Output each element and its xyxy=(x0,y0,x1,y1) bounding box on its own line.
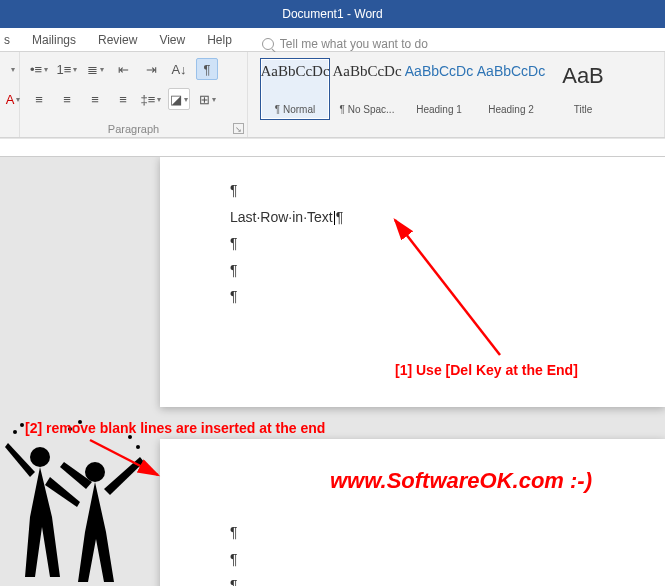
font-color-dropdown[interactable]: A xyxy=(8,88,18,110)
annotation-2-text: [2] remove blank lines are inserted at t… xyxy=(25,420,325,436)
paragraph-mark: ¶ xyxy=(230,177,595,204)
style-preview: AaBbCcDc xyxy=(332,63,401,80)
svg-point-0 xyxy=(30,447,50,467)
paragraph-mark: ¶ xyxy=(230,546,595,573)
ribbon-tabs: s Mailings Review View Help Tell me what… xyxy=(0,28,665,52)
window-title: Document1 - Word xyxy=(282,7,382,21)
borders-button[interactable]: ⊞ xyxy=(196,88,218,110)
annotation-1-text: [1] Use [Del Key at the End] xyxy=(395,362,578,378)
svg-point-1 xyxy=(85,462,105,482)
shading-button[interactable]: ◪ xyxy=(168,88,190,110)
annotation-url: www.SoftwareOK.com :-) xyxy=(330,468,592,494)
paragraph-group-label: Paragraph xyxy=(20,123,247,135)
page-2-top[interactable]: ¶ ¶ ¶ xyxy=(160,439,665,586)
ribbon-group-styles: AaBbCcDc ¶ Normal AaBbCcDc ¶ No Spac... … xyxy=(248,52,665,137)
paragraph-mark: ¶ xyxy=(230,572,595,586)
style-normal[interactable]: AaBbCcDc ¶ Normal xyxy=(260,58,330,120)
text-line-last-row: Last·Row·in·Text¶ xyxy=(230,204,595,231)
ribbon-group-font-fragment: A xyxy=(0,52,20,137)
style-heading-1[interactable]: AaBbCcDc Heading 1 xyxy=(404,58,474,120)
justify-button[interactable]: ≡ xyxy=(112,88,134,110)
svg-point-5 xyxy=(136,445,140,449)
ribbon-group-paragraph: •≡ 1≡ ≣ ⇤ ⇥ A↓ ¶ ≡ ≡ ≡ ≡ ‡≡ ◪ ⊞ Paragrap… xyxy=(20,52,248,137)
align-center-button[interactable]: ≡ xyxy=(56,88,78,110)
ribbon: A •≡ 1≡ ≣ ⇤ ⇥ A↓ ¶ ≡ ≡ ≡ ≡ ‡≡ ◪ ⊞ Paragr… xyxy=(0,52,665,138)
style-no-spacing[interactable]: AaBbCcDc ¶ No Spac... xyxy=(332,58,402,120)
bullets-button[interactable]: •≡ xyxy=(28,58,50,80)
tab-review[interactable]: Review xyxy=(96,29,139,51)
increase-indent-button[interactable]: ⇥ xyxy=(140,58,162,80)
style-title[interactable]: AaB Title xyxy=(548,58,618,120)
show-paragraph-marks-button[interactable]: ¶ xyxy=(196,58,218,80)
style-heading-2[interactable]: AaBbCcDc Heading 2 xyxy=(476,58,546,120)
decrease-indent-button[interactable]: ⇤ xyxy=(112,58,134,80)
sort-button[interactable]: A↓ xyxy=(168,58,190,80)
paragraph-mark: ¶ xyxy=(230,283,595,310)
style-title-label: Title xyxy=(551,104,615,115)
decorative-silhouette-illustration xyxy=(0,417,150,586)
tell-me-placeholder: Tell me what you want to do xyxy=(280,37,428,51)
font-style-dropdown[interactable] xyxy=(8,58,16,80)
style-preview: AaBbCcDc xyxy=(405,63,473,79)
style-nospacing-label: ¶ No Spac... xyxy=(335,104,399,115)
align-left-button[interactable]: ≡ xyxy=(28,88,50,110)
svg-point-2 xyxy=(13,430,17,434)
svg-point-3 xyxy=(20,423,24,427)
style-normal-label: ¶ Normal xyxy=(263,104,327,115)
paragraph-mark: ¶ xyxy=(230,257,595,284)
style-preview: AaBbCcDc xyxy=(260,63,329,80)
style-heading1-label: Heading 1 xyxy=(407,104,471,115)
horizontal-ruler[interactable] xyxy=(0,139,665,157)
numbering-button[interactable]: 1≡ xyxy=(56,58,78,80)
tell-me-search[interactable]: Tell me what you want to do xyxy=(262,37,428,51)
line-spacing-button[interactable]: ‡≡ xyxy=(140,88,162,110)
multilevel-list-button[interactable]: ≣ xyxy=(84,58,106,80)
document-body[interactable]: ¶ ¶ ¶ xyxy=(160,439,665,586)
tab-cutoff[interactable]: s xyxy=(2,29,12,51)
search-icon xyxy=(262,38,274,50)
last-row-text: Last·Row·in·Text xyxy=(230,209,333,225)
text-cursor xyxy=(334,211,335,225)
style-preview: AaB xyxy=(562,63,604,89)
document-body[interactable]: ¶ Last·Row·in·Text¶ ¶ ¶ ¶ xyxy=(160,157,665,330)
tab-view[interactable]: View xyxy=(157,29,187,51)
paragraph-mark: ¶ xyxy=(230,519,595,546)
tab-help[interactable]: Help xyxy=(205,29,234,51)
paragraph-mark: ¶ xyxy=(230,230,595,257)
tab-mailings[interactable]: Mailings xyxy=(30,29,78,51)
paragraph-dialog-launcher[interactable] xyxy=(233,123,244,134)
title-bar: Document1 - Word xyxy=(0,0,665,28)
style-heading2-label: Heading 2 xyxy=(479,104,543,115)
align-right-button[interactable]: ≡ xyxy=(84,88,106,110)
paragraph-mark: ¶ xyxy=(336,209,344,225)
style-preview: AaBbCcDc xyxy=(477,63,545,79)
